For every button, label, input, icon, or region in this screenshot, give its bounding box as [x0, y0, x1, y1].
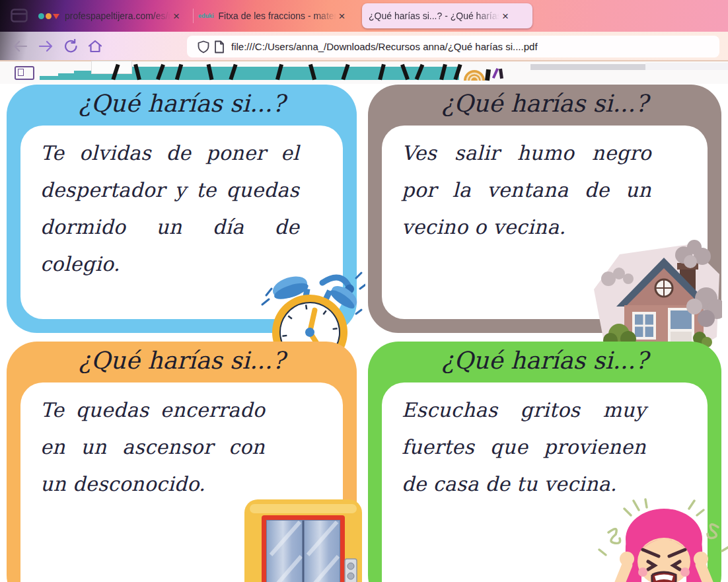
card-title: ¿Qué harías si...?	[368, 90, 721, 117]
card-text-line: un desconocido.	[40, 466, 265, 503]
card-body: Te quedas encerradoen un ascensor conun …	[20, 382, 343, 582]
card-text-line: en un ascensor con	[40, 429, 265, 466]
tab-favicon-edu-icon: eduki	[198, 13, 214, 19]
tab-close-icon[interactable]: ×	[502, 11, 509, 22]
forward-button[interactable]	[38, 39, 54, 54]
pdf-page: ¿Qué harías si...? Te olvidas de poner e…	[0, 84, 728, 582]
card-text: Te quedas encerradoen un ascensor conun …	[40, 392, 265, 503]
tab-separator	[193, 9, 194, 23]
pdf-remnant-light-bar	[645, 63, 728, 70]
tab-profespapeltijera[interactable]: profespapeltijera.com/es/my-a ×	[38, 0, 185, 32]
card-text-line: dormido un día de	[40, 209, 299, 246]
pdf-remnant-whitebox	[91, 61, 132, 74]
elevator-illustration	[242, 495, 367, 582]
shield-icon[interactable]	[198, 40, 209, 54]
tab-close-icon[interactable]: ×	[173, 11, 180, 22]
pdf-sidebar-toggle-icon[interactable]	[15, 66, 34, 80]
card-text-line: Escuchas gritos muy	[402, 392, 646, 429]
page-icon[interactable]	[213, 40, 225, 54]
pdf-remnant-fan-icon	[462, 68, 486, 81]
tab-bar: profespapeltijera.com/es/my-a × eduki Fi…	[0, 0, 728, 32]
card-text-line: Te olvidas de poner el	[40, 135, 299, 172]
flashcard-despertador: ¿Qué harías si...? Te olvidas de poner e…	[7, 85, 357, 333]
tab-close-icon[interactable]: ×	[339, 11, 346, 22]
card-title: ¿Qué harías si...?	[7, 347, 357, 374]
card-text: Escuchas gritos muyfuertes que provienen…	[402, 392, 646, 503]
pdf-remnant-gray-bar	[530, 64, 645, 70]
tab-label: Fitxa de les fraccions - material	[219, 11, 336, 21]
tab-label: ¿Qué harías si...? - ¿Qué harías si....p	[369, 11, 499, 21]
tab-que-harias-si-active[interactable]: ¿Qué harías si...? - ¿Qué harías si....p…	[362, 3, 532, 28]
screaming-girl-illustration	[597, 498, 728, 582]
tab-favicon-dots-icon	[38, 11, 59, 21]
card-text-line: Ves salir humo negro	[402, 135, 651, 172]
card-body: Te olvidas de poner eldespertador y te q…	[20, 126, 343, 319]
pdf-previous-page-edge	[0, 61, 728, 84]
card-text-line: Te quedas encerrado	[40, 392, 265, 429]
card-text-line: de casa de tu vecina.	[402, 466, 646, 503]
back-button[interactable]	[12, 39, 28, 54]
card-body: Ves salir humo negropor la ventana de un…	[382, 126, 708, 319]
card-title: ¿Qué harías si...?	[7, 90, 357, 117]
navigation-toolbar: file:///C:/Users/anna_/Downloads/Recurso…	[0, 32, 728, 61]
card-text-line: despertador y te quedas	[40, 172, 299, 209]
card-text: Ves salir humo negropor la ventana de un…	[402, 135, 651, 246]
flashcard-ascensor: ¿Qué harías si...? Te quedas encerradoen…	[7, 342, 357, 582]
url-bar[interactable]: file:///C:/Users/anna_/Downloads/Recurso…	[187, 36, 719, 57]
browser-window: profespapeltijera.com/es/my-a × eduki Fi…	[0, 0, 728, 582]
url-text: file:///C:/Users/anna_/Downloads/Recurso…	[231, 41, 538, 52]
home-button[interactable]	[87, 39, 103, 54]
tab-label: profespapeltijera.com/es/my-a	[65, 11, 170, 21]
flashcard-humo: ¿Qué harías si...? Ves salir humo negrop…	[368, 85, 721, 333]
reload-button[interactable]	[63, 39, 79, 54]
tab-fitxa-fraccions[interactable]: eduki Fitxa de les fraccions - material …	[198, 0, 350, 32]
card-body: Escuchas gritos muyfuertes que provienen…	[382, 382, 708, 582]
flashcard-gritos: ¿Qué harías si...? Escuchas gritos muyfu…	[368, 342, 721, 582]
card-title: ¿Qué harías si...?	[368, 347, 721, 374]
card-text-line: fuertes que provienen	[402, 429, 646, 466]
card-text-line: por la ventana de un	[402, 172, 651, 209]
firefox-view-icon[interactable]	[11, 9, 28, 22]
